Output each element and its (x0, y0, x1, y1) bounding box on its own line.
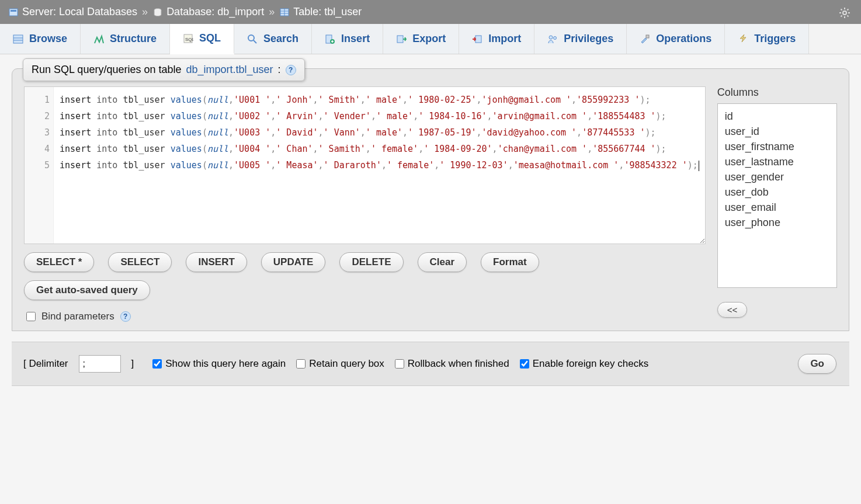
svg-line-22 (254, 40, 256, 43)
fk-checkbox[interactable] (520, 359, 529, 369)
database-icon (152, 7, 163, 18)
show-again-checkbox[interactable] (152, 359, 162, 369)
tab-label: SQL (199, 32, 221, 44)
triggers-icon (738, 34, 748, 44)
bind-params-checkbox[interactable] (26, 312, 36, 321)
fk-label: Enable foreign key checks (533, 358, 648, 370)
delimiter-input[interactable] (79, 355, 121, 373)
legend-suffix: : (278, 64, 281, 76)
select-button[interactable]: SELECT (108, 252, 172, 272)
retain-label: Retain query box (309, 358, 384, 370)
tab-structure[interactable]: Structure (81, 24, 170, 54)
export-icon (396, 34, 407, 44)
column-item[interactable]: user_phone (724, 215, 831, 230)
svg-rect-1 (11, 10, 16, 12)
get-auto-saved-button[interactable]: Get auto-saved query (24, 280, 150, 300)
svg-point-21 (248, 35, 254, 41)
go-button[interactable]: Go (798, 354, 836, 374)
tab-label: Export (412, 33, 446, 45)
tab-search[interactable]: Search (234, 24, 312, 54)
svg-rect-0 (9, 9, 18, 16)
tab-label: Import (488, 33, 521, 45)
delimiter-label-close: ] (131, 358, 134, 370)
svg-rect-31 (646, 35, 649, 38)
tab-operations[interactable]: Operations (627, 24, 725, 54)
table-icon (279, 7, 290, 18)
svg-line-13 (848, 16, 849, 17)
tab-label: Insert (341, 33, 370, 45)
tabs-bar: Browse Structure SQL SQL Search Insert E… (0, 24, 861, 54)
insert-icon (325, 34, 335, 44)
tab-sql[interactable]: SQL SQL (170, 24, 234, 54)
column-item[interactable]: user_id (724, 124, 831, 139)
svg-line-12 (841, 9, 842, 11)
delete-button[interactable]: DELETE (339, 252, 403, 272)
column-item[interactable]: user_email (724, 200, 831, 215)
browse-icon (13, 34, 23, 44)
breadcrumb-separator: » (142, 6, 148, 18)
retain-checkbox[interactable] (296, 359, 305, 369)
svg-text:SQL: SQL (185, 37, 193, 42)
rollback-checkbox[interactable] (395, 359, 404, 369)
column-item[interactable]: user_lastname (724, 154, 831, 169)
sql-icon: SQL (183, 33, 193, 44)
svg-rect-16 (13, 35, 23, 43)
rollback-label: Rollback when finished (408, 358, 509, 370)
svg-line-15 (848, 9, 849, 11)
tab-insert[interactable]: Insert (312, 24, 383, 54)
tab-label: Triggers (754, 33, 796, 45)
structure-icon (93, 34, 104, 44)
svg-rect-28 (475, 36, 481, 43)
line-gutter: 12345 (25, 87, 54, 244)
tab-triggers[interactable]: Triggers (725, 24, 809, 54)
column-item[interactable]: id (724, 109, 831, 124)
operations-icon (640, 34, 650, 44)
svg-point-29 (549, 36, 553, 39)
format-button[interactable]: Format (481, 252, 539, 272)
legend-prefix: Run SQL query/queries on table (32, 64, 182, 76)
tab-browse[interactable]: Browse (0, 24, 81, 54)
panel-legend: Run SQL query/queries on table db_import… (23, 58, 305, 81)
server-icon (8, 7, 19, 18)
help-icon[interactable]: ? (286, 65, 296, 75)
columns-title: Columns (717, 86, 837, 99)
show-again-label: Show this query here again (165, 358, 286, 370)
insert-button[interactable]: INSERT (186, 252, 247, 272)
columns-list[interactable]: iduser_iduser_firstnameuser_lastnameuser… (717, 103, 837, 288)
column-item[interactable]: user_dob (724, 185, 831, 200)
breadcrumb-separator: » (269, 6, 275, 18)
tab-label: Search (263, 33, 298, 45)
column-item[interactable]: user_firstname (724, 139, 831, 154)
clear-button[interactable]: Clear (418, 252, 467, 272)
tab-label: Operations (656, 33, 711, 45)
tab-label: Browse (29, 33, 67, 45)
select-star-button[interactable]: SELECT * (24, 252, 94, 272)
search-icon (247, 34, 258, 44)
svg-point-30 (554, 36, 557, 39)
svg-rect-27 (397, 36, 403, 43)
legend-target[interactable]: db_import.tbl_user (186, 64, 273, 76)
breadcrumb-database[interactable]: Database: db_import (166, 6, 264, 18)
bottom-bar: [ Delimiter ] Show this query here again… (12, 342, 849, 386)
delimiter-label-open: [ Delimiter (23, 358, 68, 370)
tab-privileges[interactable]: Privileges (534, 24, 627, 54)
svg-point-7 (843, 11, 846, 15)
column-item[interactable]: user_gender (724, 169, 831, 185)
breadcrumb: Server: Local Databases » Database: db_i… (0, 0, 861, 24)
svg-line-14 (841, 16, 842, 17)
privileges-icon (547, 34, 558, 44)
update-button[interactable]: UPDATE (261, 252, 326, 272)
sql-editor[interactable]: 12345 insert into tbl_user values(null,'… (24, 86, 706, 244)
bind-params-label: Bind parameters (41, 311, 114, 322)
tab-label: Structure (110, 33, 157, 45)
sql-panel: Run SQL query/queries on table db_import… (12, 68, 849, 331)
tab-export[interactable]: Export (383, 24, 459, 54)
tab-label: Privileges (564, 33, 613, 45)
collapse-columns-button[interactable]: << (717, 302, 748, 318)
gear-icon[interactable] (839, 7, 850, 19)
breadcrumb-table[interactable]: Table: tbl_user (293, 6, 362, 18)
tab-import[interactable]: Import (459, 24, 534, 54)
breadcrumb-server[interactable]: Server: Local Databases (22, 6, 137, 18)
help-icon[interactable]: ? (120, 311, 131, 322)
import-icon (472, 34, 482, 44)
